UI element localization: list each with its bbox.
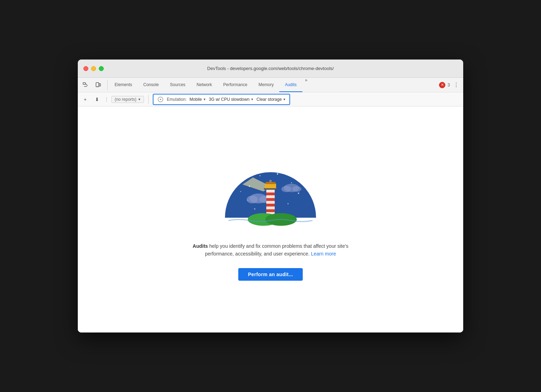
svg-point-14 <box>288 203 289 204</box>
error-close-icon[interactable]: ✕ <box>439 82 445 88</box>
tab-performance[interactable]: Performance <box>218 78 253 92</box>
tab-audits[interactable]: Audits <box>279 78 302 92</box>
network-dropdown[interactable]: 3G w/ CPU slowdown ▼ <box>209 97 254 102</box>
svg-rect-33 <box>269 180 272 183</box>
tab-network[interactable]: Network <box>191 78 218 92</box>
main-content: Audits help you identify and fix common … <box>78 106 463 332</box>
nav-right: ✕ 3 ⋮ <box>439 82 460 88</box>
svg-rect-26 <box>266 190 275 192</box>
svg-rect-0 <box>83 83 85 84</box>
svg-rect-29 <box>266 206 275 209</box>
window-title: DevTools - developers.google.com/web/too… <box>207 66 334 71</box>
toolbar-left: + ⬇ | (no reports) ▼ <box>81 95 149 104</box>
nav-icons <box>81 80 108 90</box>
browser-window: DevTools - developers.google.com/web/too… <box>78 59 463 332</box>
maximize-button[interactable] <box>99 66 104 71</box>
tab-sources[interactable]: Sources <box>164 78 191 92</box>
devtools-panel: Elements Console Sources Network Perform… <box>78 78 463 332</box>
svg-rect-2 <box>99 84 101 86</box>
traffic-lights <box>83 66 104 71</box>
svg-point-9 <box>260 175 261 176</box>
svg-rect-31 <box>265 183 276 189</box>
svg-point-23 <box>292 186 301 192</box>
svg-point-3 <box>97 86 98 86</box>
separator-line: | <box>106 96 107 103</box>
reports-dropdown-arrow: ▼ <box>138 98 141 101</box>
svg-rect-28 <box>266 201 275 204</box>
perform-audit-button[interactable]: Perform an audit... <box>238 268 303 281</box>
title-bar: DevTools - developers.google.com/web/too… <box>78 59 463 78</box>
lighthouse-illustration <box>221 158 320 228</box>
emulation-dropdown-arrow: ▼ <box>203 98 206 101</box>
inspect-icon[interactable] <box>81 80 90 90</box>
emulation-label: Emulation: <box>167 97 187 102</box>
nav-tabs: Elements Console Sources Network Perform… <box>109 78 310 92</box>
emulation-bar: Emulation: Mobile ▼ 3G w/ CPU slowdown ▼… <box>153 94 290 105</box>
emulation-dropdown[interactable]: Mobile ▼ <box>190 97 206 102</box>
error-count: 3 <box>447 83 450 88</box>
nav-bar: Elements Console Sources Network Perform… <box>78 78 463 92</box>
more-menu-icon[interactable]: ⋮ <box>452 82 460 88</box>
minimize-button[interactable] <box>91 66 96 71</box>
clear-storage-dropdown[interactable]: Clear storage ▼ <box>256 97 286 102</box>
device-icon[interactable] <box>93 80 103 90</box>
learn-more-link[interactable]: Learn more <box>311 251 336 257</box>
nav-more-button[interactable]: » <box>302 78 310 92</box>
svg-point-15 <box>254 208 255 210</box>
tab-memory[interactable]: Memory <box>253 78 279 92</box>
secondary-toolbar: + ⬇ | (no reports) ▼ <box>78 92 463 106</box>
svg-point-19 <box>247 196 258 203</box>
svg-point-5 <box>160 99 161 100</box>
svg-point-22 <box>281 186 291 192</box>
svg-rect-34 <box>264 188 277 190</box>
add-report-button[interactable]: + <box>81 95 90 104</box>
svg-point-16 <box>302 177 303 178</box>
tab-console[interactable]: Console <box>138 78 164 92</box>
run-icon <box>157 96 164 103</box>
network-dropdown-arrow: ▼ <box>251 98 254 101</box>
tab-elements[interactable]: Elements <box>109 78 138 92</box>
svg-rect-27 <box>266 195 275 198</box>
clear-storage-dropdown-arrow: ▼ <box>283 98 286 101</box>
svg-point-11 <box>291 182 292 183</box>
download-report-button[interactable]: ⬇ <box>93 95 102 104</box>
close-button[interactable] <box>83 66 88 71</box>
svg-point-17 <box>240 191 241 192</box>
svg-point-12 <box>298 192 299 194</box>
svg-point-10 <box>277 173 278 175</box>
description: Audits help you identify and fix common … <box>186 242 355 258</box>
reports-dropdown[interactable]: (no reports) ▼ <box>111 96 144 103</box>
